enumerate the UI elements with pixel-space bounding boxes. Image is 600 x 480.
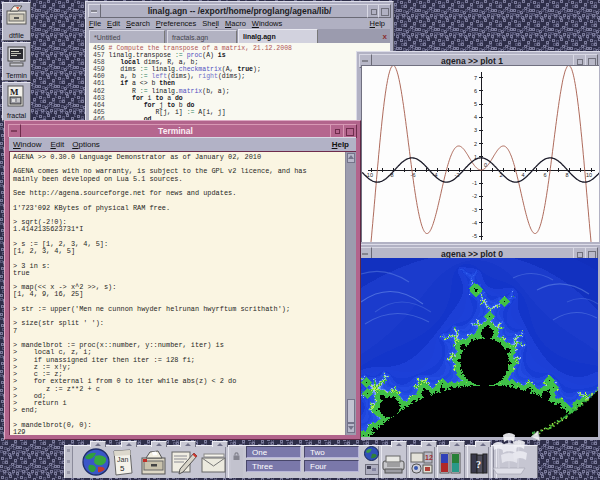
svg-text:-5: -5	[472, 233, 477, 239]
svg-text:4: 4	[474, 114, 477, 120]
svg-text:4: 4	[521, 172, 524, 178]
svg-text:-1: -1	[472, 180, 477, 186]
svg-text:8: 8	[565, 172, 568, 178]
svg-text:10: 10	[586, 172, 592, 178]
svg-text:-2: -2	[472, 193, 477, 199]
svg-text:?: ?	[476, 459, 481, 470]
svg-text:M: M	[10, 87, 19, 97]
svg-text:Jan: Jan	[117, 456, 128, 463]
svg-text:5: 5	[120, 464, 125, 473]
svg-text:6: 6	[543, 172, 546, 178]
svg-text:-3: -3	[472, 207, 477, 213]
svg-text:6: 6	[474, 88, 477, 94]
svg-text:5: 5	[474, 101, 477, 107]
svg-text:3: 3	[474, 127, 477, 133]
svg-text:7: 7	[474, 75, 477, 81]
svg-text:12: 12	[425, 454, 433, 461]
svg-text:2: 2	[474, 141, 477, 147]
svg-text:-4: -4	[472, 220, 477, 226]
